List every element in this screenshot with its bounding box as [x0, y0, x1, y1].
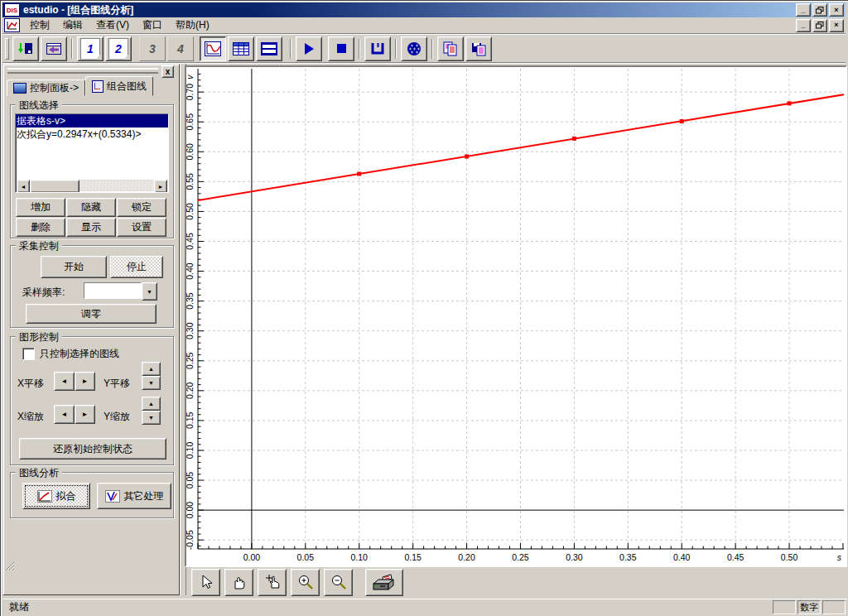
- stop-icon: [337, 44, 346, 53]
- x-tick-label: 0.10: [351, 552, 369, 562]
- stop-button[interactable]: 停止: [110, 256, 163, 278]
- back-panel-button[interactable]: [41, 36, 67, 61]
- u-tube-button[interactable]: [364, 36, 391, 61]
- stop-run-button[interactable]: [328, 36, 354, 61]
- restore-button[interactable]: [812, 3, 827, 17]
- globe-button[interactable]: [401, 36, 427, 61]
- x-unit-label: s: [837, 552, 842, 562]
- y-pan-up-icon[interactable]: ▲: [142, 362, 161, 376]
- fit-line: [198, 94, 844, 200]
- y-tick-label: 0.10: [186, 442, 195, 460]
- menu-control[interactable]: 控制: [23, 17, 56, 34]
- pointing-hand-crosshair-icon: [264, 574, 281, 590]
- menu-edit[interactable]: 编辑: [56, 17, 89, 34]
- start-button[interactable]: 开始: [41, 256, 107, 278]
- copy-button[interactable]: [437, 36, 464, 61]
- delete-graph-button[interactable]: 删除: [16, 218, 65, 237]
- x-pan-label: X平移: [17, 377, 44, 391]
- save-as-button[interactable]: [465, 36, 492, 61]
- graph-list[interactable]: 据表格s-v> 次拟合y=0.2947x+(0.5334)> ◄ ►: [15, 113, 169, 193]
- y-zoom-down-icon[interactable]: ▼: [142, 411, 161, 425]
- menu-view[interactable]: 查看(V): [89, 17, 136, 34]
- child-minimize-button[interactable]: _: [796, 19, 811, 32]
- x-zoom-right-icon[interactable]: ►: [75, 405, 95, 424]
- acquisition-group: 采集控制 开始 停止 采样频率: ▼ 调零: [10, 245, 174, 328]
- x-pan-right-icon[interactable]: ►: [75, 372, 95, 391]
- scroll-thumb[interactable]: [30, 180, 80, 193]
- sidebar-close-button[interactable]: x: [161, 65, 174, 78]
- scene-1-button[interactable]: 1: [77, 36, 104, 61]
- sidebar-grip[interactable]: [7, 68, 158, 74]
- chart-area[interactable]: 0.000.050.100.150.200.250.300.350.400.45…: [185, 65, 847, 567]
- minimize-button[interactable]: _: [796, 3, 811, 17]
- app-window: DIS estudio - [组合图线分析] _ × 控制 编辑 查看(V) 窗…: [0, 0, 848, 616]
- list-item[interactable]: 次拟合y=0.2947x+(0.5334)>: [16, 128, 168, 141]
- toolbar-separator: [290, 39, 292, 59]
- menu-window[interactable]: 窗口: [136, 17, 169, 34]
- table-view-icon: [233, 42, 249, 55]
- combined-graph-plot[interactable]: 0.000.050.100.150.200.250.300.350.400.45…: [186, 67, 846, 565]
- list-hscrollbar[interactable]: ◄ ►: [17, 180, 167, 191]
- close-button[interactable]: ×: [829, 3, 844, 17]
- enter-panel-button[interactable]: [12, 36, 39, 61]
- fit-button[interactable]: 拟合: [22, 483, 90, 509]
- app-icon[interactable]: DIS: [4, 3, 20, 17]
- x-tick-label: 0.20: [458, 552, 475, 562]
- sidebar-resize-grip[interactable]: [3, 560, 15, 571]
- zero-button[interactable]: 调零: [26, 304, 157, 324]
- pan-hand-button[interactable]: [224, 569, 253, 596]
- zoom-in-button[interactable]: [291, 569, 320, 596]
- zoom-out-button[interactable]: [324, 569, 353, 596]
- other-process-button[interactable]: 其它处理: [97, 483, 171, 509]
- scroll-right-icon[interactable]: ►: [154, 180, 167, 193]
- chevron-down-icon[interactable]: ▼: [142, 282, 157, 301]
- graph-view-button[interactable]: [200, 36, 226, 61]
- select-cursor-button[interactable]: [191, 569, 220, 596]
- lock-graph-button[interactable]: 锁定: [117, 198, 166, 217]
- toolbar-separator: [395, 39, 397, 59]
- print-button[interactable]: [365, 569, 403, 596]
- start-run-button[interactable]: [296, 36, 322, 61]
- child-close-button[interactable]: ×: [829, 19, 844, 32]
- menu-help[interactable]: 帮助(H): [169, 17, 216, 34]
- x-pan-left-icon[interactable]: ◄: [54, 372, 75, 391]
- y-tick-label: 0.00: [186, 502, 195, 519]
- y-tick-label: 0.05: [186, 472, 195, 489]
- x-zoom-spinner: ◄ ►: [54, 405, 95, 424]
- toolbar-grip[interactable]: [5, 38, 9, 60]
- only-selected-checkbox[interactable]: [22, 348, 35, 360]
- y-tick-label: 0.20: [186, 382, 195, 399]
- reset-view-button[interactable]: 还原初始控制状态: [19, 438, 166, 460]
- split-view-button[interactable]: [256, 36, 282, 61]
- play-icon: [303, 43, 315, 55]
- window-title: estudio - [组合图线分析]: [23, 3, 794, 17]
- y-pan-down-icon[interactable]: ▼: [142, 376, 161, 390]
- x-zoom-label: X缩放: [17, 410, 44, 424]
- scene-4-button[interactable]: 4: [167, 36, 194, 61]
- add-graph-button[interactable]: 增加: [16, 198, 65, 217]
- chart-tools-bar: [185, 567, 847, 597]
- tab-control-panel[interactable]: 控制面板->: [7, 79, 85, 96]
- settings-graph-button[interactable]: 设置: [117, 218, 166, 237]
- y-zoom-label: Y缩放: [104, 410, 130, 424]
- sample-rate-combobox[interactable]: ▼: [84, 282, 157, 301]
- scene-2-button[interactable]: 2: [105, 36, 132, 61]
- y-tick-label: 0.55: [186, 173, 195, 190]
- list-item[interactable]: 据表格s-v>: [16, 114, 168, 128]
- scene-3-button[interactable]: 3: [139, 36, 166, 61]
- child-window-icon[interactable]: [4, 18, 20, 32]
- toolbar-separator: [359, 39, 360, 59]
- sample-rate-value[interactable]: [84, 282, 142, 299]
- graph-select-group: 图线选择 据表格s-v> 次拟合y=0.2947x+(0.5334)> ◄ ► …: [10, 104, 174, 238]
- x-zoom-left-icon[interactable]: ◄: [54, 405, 75, 424]
- table-view-button[interactable]: [228, 36, 254, 61]
- show-graph-button[interactable]: 显示: [66, 218, 116, 237]
- scroll-left-icon[interactable]: ◄: [17, 180, 30, 193]
- tab-combined-graph[interactable]: 组合图线: [85, 76, 153, 96]
- scroll-track[interactable]: [30, 180, 154, 191]
- child-restore-button[interactable]: [812, 19, 827, 32]
- x-tick-label: 0.50: [781, 552, 798, 562]
- pick-point-button[interactable]: [258, 569, 287, 596]
- y-zoom-up-icon[interactable]: ▲: [142, 397, 161, 411]
- hide-graph-button[interactable]: 隐藏: [66, 198, 116, 217]
